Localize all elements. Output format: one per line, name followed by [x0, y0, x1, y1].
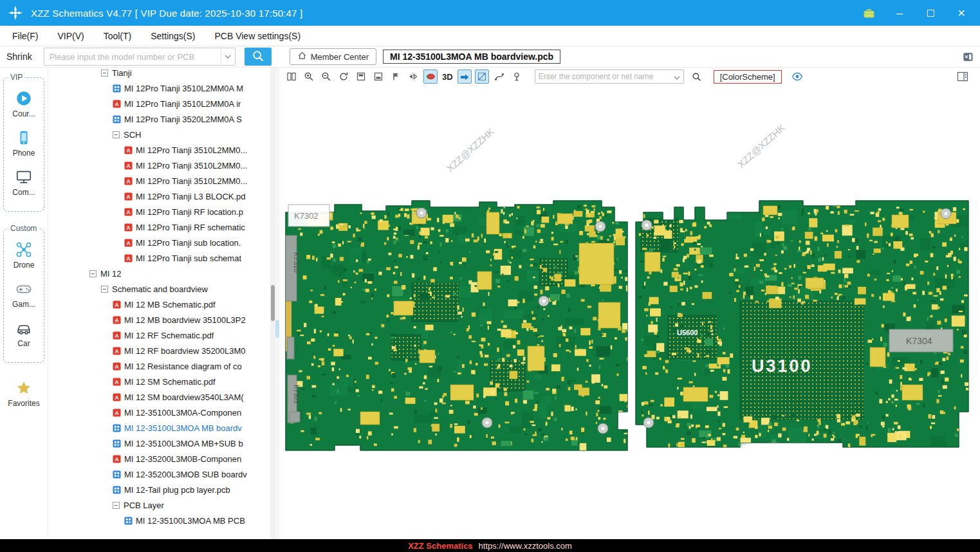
maximize-button[interactable]: [923, 6, 938, 20]
svg-text:A: A: [115, 301, 118, 308]
sidebar-item-cour[interactable]: Cour...: [5, 89, 42, 118]
pan-arrow-icon[interactable]: [458, 69, 472, 84]
pdf-file-icon: A: [124, 208, 133, 216]
model-search-input[interactable]: [44, 52, 221, 62]
tree-item[interactable]: AMI 12 SM boardview3540L3AM(: [48, 389, 275, 405]
tree-item-label: PCB Layer: [124, 501, 164, 510]
tree-expander-icon[interactable]: −: [101, 286, 108, 293]
sidebar-item-label: Favorites: [8, 399, 39, 408]
tree-expander-icon[interactable]: −: [113, 131, 120, 138]
mirror-icon[interactable]: [406, 69, 420, 84]
tree-item[interactable]: AMI 12Pro Tianji RF location.p: [48, 204, 275, 219]
tree-item[interactable]: MI 12-35100L3MOA MB+SUB b: [48, 436, 275, 451]
zoom-in-icon[interactable]: [302, 69, 316, 84]
shrink-button[interactable]: Shrink: [0, 51, 39, 62]
threed-button[interactable]: 3D: [441, 72, 454, 82]
member-center-button[interactable]: Member Center: [290, 48, 376, 65]
menu-item-toolt[interactable]: Tool(T): [94, 26, 142, 46]
tree-item[interactable]: AMI 12-35200L3M0B-Componen: [48, 451, 275, 466]
sidebar-item-phone[interactable]: Phone: [5, 129, 42, 158]
search-icon: [252, 50, 264, 64]
layer-top-icon[interactable]: [354, 69, 368, 84]
tree-item[interactable]: MI 12-Tail plug pcb layer.pcb: [48, 482, 275, 497]
net-search-icon[interactable]: [692, 72, 701, 82]
tree-item[interactable]: −MI 12: [48, 266, 275, 281]
layer-bottom-icon[interactable]: [371, 69, 385, 84]
tree-item[interactable]: AMI 12 RF boardview 35200L3M0: [48, 343, 275, 358]
sidebar-item-drone[interactable]: Drone: [5, 241, 42, 270]
tree-item[interactable]: AMI 12Pro Tianji sub location.: [48, 235, 275, 250]
tree-item[interactable]: AMI 12Pro Tianji sub schemat: [48, 250, 275, 266]
tree-item[interactable]: AMI 12Pro Tianji 3510L2MM0...: [48, 173, 275, 189]
document-tab[interactable]: MI 12-35100L3MOA MB boardview.pcb: [383, 50, 560, 64]
chevron-down-icon[interactable]: [674, 71, 680, 82]
eye-icon[interactable]: [791, 72, 803, 81]
probe-flag-icon[interactable]: [389, 69, 403, 84]
tree-scrollbar-thumb[interactable]: [271, 285, 275, 321]
pdf-file-icon: A: [124, 254, 133, 262]
dual-view-icon[interactable]: [284, 69, 299, 84]
tree-item[interactable]: AMI 12 MB boardview 35100L3P2: [48, 312, 275, 327]
tree-panel[interactable]: −TianjiMI 12Pro Tianji 3510L2MM0A MAMI 1…: [48, 68, 275, 539]
search-button[interactable]: [245, 48, 272, 66]
tree-item[interactable]: AMI 12Pro Tianji 3510L2MM0...: [48, 142, 275, 158]
tree-scrollbar[interactable]: [270, 68, 275, 539]
tree-item[interactable]: AMI 12Pro Tianji RF schematic: [48, 219, 275, 235]
pcb-canvas[interactable]: XZZ@XZZHKXZZ@XZZHKXZZ@XZZHKXZZ@XZZHKK731…: [279, 86, 980, 539]
tree-item-label: MI 12 MB Schematic.pdf: [124, 300, 216, 309]
tree-item[interactable]: AMI 12 MB Schematic.pdf: [48, 297, 275, 312]
pin-icon[interactable]: [510, 69, 524, 84]
tree-item[interactable]: MI 12Pro Tianji 3520L2MM0A S: [48, 111, 275, 127]
tree-item[interactable]: MI 12-35200L3MOB SUB boardv: [48, 466, 275, 482]
sidebar-item-label: Cour...: [12, 109, 35, 118]
pcb-label-u3100: U3100: [752, 356, 813, 376]
diagonal-measure-icon[interactable]: [475, 69, 489, 84]
tree-expander-icon[interactable]: −: [89, 270, 97, 277]
menu-item-pcbviewsettingss[interactable]: PCB View settings(S): [205, 26, 310, 46]
tree-item[interactable]: AMI 12-35100L3M0A-Componen: [48, 405, 275, 420]
rotate-icon[interactable]: [337, 69, 351, 84]
zoom-out-icon[interactable]: [319, 69, 333, 84]
curve-icon[interactable]: [492, 69, 506, 84]
tree-expander-icon[interactable]: −: [113, 502, 120, 509]
svg-text:A: A: [115, 409, 118, 416]
menu-item-filef[interactable]: File(F): [3, 26, 48, 46]
menu-item-vipv[interactable]: VIP(V): [48, 26, 93, 46]
close-button[interactable]: ×: [954, 6, 968, 20]
sidebar-item-com[interactable]: Com...: [5, 168, 42, 197]
tree-item[interactable]: AMI 12 RF Schematic.pdf: [48, 327, 275, 343]
minimize-button[interactable]: –: [892, 6, 907, 20]
sidebar-group-custom: CustomDroneGam...Car: [3, 228, 44, 363]
board-flip-icon[interactable]: [423, 69, 438, 84]
tree-item[interactable]: AMI 12Pro Tianji 3510L2MM0A ir: [48, 96, 275, 111]
layers-panel-icon[interactable]: [957, 71, 968, 82]
tree-item[interactable]: MI 12Pro Tianji 3510L2MM0A M: [48, 80, 275, 96]
collapse-panel-icon[interactable]: [963, 51, 974, 62]
sidebar-item-label: Gam...: [12, 300, 35, 309]
tree-item[interactable]: AMI 12Pro Tianji 3510L2MM0...: [48, 158, 275, 173]
sidebar-item-gam[interactable]: Gam...: [5, 280, 42, 309]
net-search-input[interactable]: [539, 72, 674, 81]
pcb-board-left: [286, 201, 627, 450]
tree-expander-icon[interactable]: −: [101, 69, 108, 77]
pdf-file-icon: A: [124, 161, 133, 170]
vip-briefcase-icon[interactable]: [862, 6, 876, 20]
menu-item-settingss[interactable]: Settings(S): [141, 26, 205, 46]
sidebar-item-favorites[interactable]: Favorites: [0, 380, 48, 408]
svg-text:A: A: [126, 239, 130, 246]
tree-item[interactable]: −SCH: [48, 127, 275, 142]
tree-item[interactable]: MI 12-35100L3MOA MB boardv: [48, 420, 275, 436]
tree-item[interactable]: AMI 12 Resistance diagram of co: [48, 358, 275, 374]
tree-item[interactable]: −Schematic and boardview: [48, 281, 275, 297]
chevron-down-icon[interactable]: [221, 48, 235, 65]
tree-item[interactable]: −Tianji: [48, 68, 275, 80]
tree-item[interactable]: AMI 12 SM Schematic.pdf: [48, 374, 275, 389]
svg-text:A: A: [115, 394, 118, 400]
tree-item[interactable]: AMI 12Pro Tianji L3 BLOCK.pd: [48, 189, 275, 204]
sidebar-item-car[interactable]: Car: [5, 319, 42, 348]
statusbar-url[interactable]: https://www.xzztools.com: [479, 541, 572, 551]
tree-item[interactable]: MI 12-35100L3MOA MB PCB: [48, 513, 275, 528]
tree-item[interactable]: −PCB Layer: [48, 497, 275, 513]
tree-item-label: MI 12-35200L3M0B-Componen: [124, 454, 241, 464]
colorscheme-button[interactable]: [ColorScheme]: [714, 70, 782, 84]
